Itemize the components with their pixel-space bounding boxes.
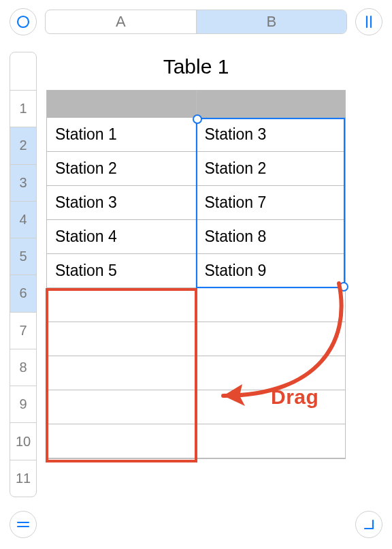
row-header-7[interactable]: 7 bbox=[10, 313, 36, 349]
cell-A7[interactable] bbox=[47, 288, 197, 321]
add-column-button[interactable] bbox=[355, 8, 382, 35]
cell-A8[interactable] bbox=[47, 322, 197, 356]
table-header-row[interactable] bbox=[47, 91, 345, 118]
table-title[interactable]: Table 1 bbox=[46, 52, 346, 90]
table-header-cell-A[interactable] bbox=[47, 91, 197, 117]
column-header-bar: A B bbox=[45, 10, 347, 34]
row-header-1[interactable]: 1 bbox=[10, 91, 36, 127]
cell-A6[interactable]: Station 5 bbox=[47, 254, 197, 287]
cell-B6[interactable]: Station 9 bbox=[197, 254, 346, 287]
row-header-2[interactable]: 2 bbox=[10, 127, 36, 164]
table-row: Station 1 Station 3 bbox=[47, 118, 345, 152]
table-header-cell-B[interactable] bbox=[197, 91, 346, 117]
cell-A5[interactable]: Station 4 bbox=[47, 220, 197, 253]
cell-A3[interactable]: Station 2 bbox=[47, 152, 197, 185]
svg-point-0 bbox=[18, 16, 29, 27]
cell-A11[interactable] bbox=[47, 424, 197, 458]
cell-A9[interactable] bbox=[47, 356, 197, 390]
column-header-B[interactable]: B bbox=[197, 10, 347, 33]
table-row: Station 2 Station 2 bbox=[47, 152, 345, 186]
cell-B10[interactable] bbox=[197, 390, 346, 424]
row-header-5[interactable]: 5 bbox=[10, 238, 36, 275]
cell-B4[interactable]: Station 7 bbox=[197, 186, 346, 219]
table-row bbox=[47, 288, 345, 322]
row-header-4[interactable]: 4 bbox=[10, 202, 36, 238]
table-row bbox=[47, 424, 345, 458]
row-header-bar: 1 2 3 4 5 6 7 8 9 10 11 bbox=[10, 52, 37, 497]
table-row bbox=[47, 390, 345, 424]
row-header-11[interactable]: 11 bbox=[10, 460, 36, 497]
cell-B8[interactable] bbox=[197, 322, 346, 356]
table-row: Station 3 Station 7 bbox=[47, 186, 345, 220]
cell-B7[interactable] bbox=[197, 288, 346, 321]
resize-handle[interactable] bbox=[355, 511, 382, 538]
table-row: Station 4 Station 8 bbox=[47, 220, 345, 254]
cell-B3[interactable]: Station 2 bbox=[197, 152, 346, 185]
column-header-B-label: B bbox=[266, 13, 276, 31]
row-header-10[interactable]: 10 bbox=[10, 423, 36, 460]
row-header-3[interactable]: 3 bbox=[10, 165, 36, 202]
spreadsheet-grid[interactable]: Station 1 Station 3 Station 2 Station 2 … bbox=[46, 90, 346, 459]
column-header-A-label: A bbox=[116, 13, 126, 31]
cell-A4[interactable]: Station 3 bbox=[47, 186, 197, 219]
table-row: Station 5 Station 9 bbox=[47, 254, 345, 288]
cell-B11[interactable] bbox=[197, 424, 346, 458]
cell-A10[interactable] bbox=[47, 390, 197, 424]
cell-B2[interactable]: Station 3 bbox=[197, 118, 346, 151]
row-header-8[interactable]: 8 bbox=[10, 349, 36, 386]
add-row-button[interactable] bbox=[10, 511, 37, 538]
table-row bbox=[47, 322, 345, 356]
cell-B9[interactable] bbox=[197, 356, 346, 390]
row-header-corner bbox=[10, 52, 36, 91]
column-header-A[interactable]: A bbox=[46, 10, 197, 33]
table-select-handle[interactable] bbox=[10, 8, 37, 35]
cell-B5[interactable]: Station 8 bbox=[197, 220, 346, 253]
table-row bbox=[47, 356, 345, 390]
row-header-9[interactable]: 9 bbox=[10, 386, 36, 423]
cell-A2[interactable]: Station 1 bbox=[47, 118, 197, 151]
row-header-6[interactable]: 6 bbox=[10, 275, 36, 312]
